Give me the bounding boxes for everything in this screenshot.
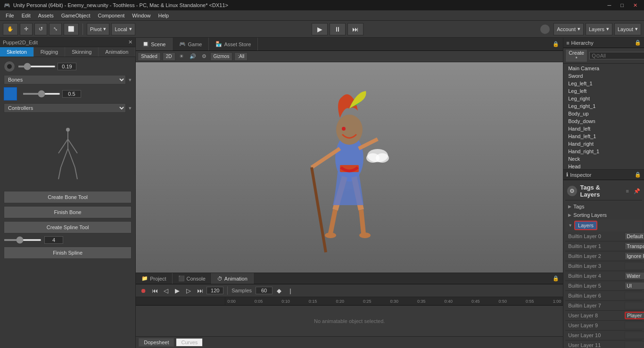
menu-gameobject[interactable]: GameObject bbox=[58, 12, 94, 19]
anim-add-key-btn[interactable]: ◆ bbox=[274, 286, 284, 295]
inspector-lock[interactable]: 🔒 bbox=[635, 172, 641, 178]
anim-next-btn[interactable]: ▷ bbox=[184, 286, 193, 295]
create-bone-tool-btn[interactable]: Create Bone Tool bbox=[4, 191, 132, 203]
slider3[interactable] bbox=[4, 239, 41, 241]
layers-dropdown[interactable]: Layers ▾ bbox=[586, 23, 612, 35]
hierarchy-item-main-camera[interactable]: Main Camera bbox=[563, 65, 644, 72]
twod-btn[interactable]: 2D bbox=[163, 52, 175, 61]
close-btn[interactable]: ✕ bbox=[630, 1, 640, 9]
menu-edit[interactable]: Edit bbox=[18, 12, 34, 19]
anim-end-btn[interactable]: ⏭ bbox=[195, 286, 205, 295]
tab-skinning[interactable]: Skinning bbox=[65, 47, 99, 57]
builtin-layer-3-input[interactable] bbox=[625, 262, 644, 270]
local-dropdown[interactable]: Local ▾ bbox=[111, 23, 135, 35]
tab-animation[interactable]: Animation bbox=[99, 47, 135, 57]
tab-game[interactable]: 🎮 Game bbox=[173, 38, 209, 50]
tab-scene[interactable]: 🔲 Scene bbox=[136, 38, 173, 50]
anim-frame-input[interactable] bbox=[206, 287, 223, 294]
anim-prev-btn[interactable]: ◁ bbox=[161, 286, 171, 295]
hierarchy-item-leg-right-1[interactable]: Leg_right_1 bbox=[563, 102, 644, 110]
user-layer-8-input[interactable] bbox=[625, 312, 644, 319]
toolbar-audio-btn[interactable]: 🔊 bbox=[188, 53, 198, 59]
hierarchy-item-hand-right-1[interactable]: Hand_right_1 bbox=[563, 148, 644, 155]
controllers-dropdown[interactable]: Controllers bbox=[4, 103, 126, 113]
tab-rigging[interactable]: Rigging bbox=[34, 47, 65, 57]
bones-dropdown[interactable]: Bones bbox=[4, 75, 126, 84]
titlebar-controls[interactable]: ─ □ ✕ bbox=[605, 1, 640, 9]
slider1[interactable] bbox=[18, 66, 56, 67]
slider2[interactable] bbox=[23, 93, 60, 95]
builtin-layer-4-input[interactable] bbox=[625, 272, 644, 280]
tab-project[interactable]: 📁 Project bbox=[136, 273, 172, 284]
menu-assets[interactable]: Assets bbox=[34, 12, 58, 19]
inspector-settings-icon[interactable]: ≡ bbox=[626, 188, 629, 194]
tags-section-row[interactable]: ▶ Tags bbox=[565, 202, 642, 211]
hierarchy-item-leg-left-1[interactable]: Leg_left_1 bbox=[563, 80, 644, 87]
rect-tool-btn[interactable]: ⬜ bbox=[64, 23, 79, 35]
builtin-layer-6-input[interactable] bbox=[625, 292, 644, 299]
anim-play-btn[interactable]: ▶ bbox=[173, 286, 182, 295]
hierarchy-item-body-up[interactable]: Body_up bbox=[563, 110, 644, 117]
builtin-layer-2-input[interactable] bbox=[625, 252, 644, 260]
user-layer-11-input[interactable] bbox=[625, 341, 644, 348]
toolbar-lights-btn[interactable]: ☀ bbox=[177, 53, 186, 59]
finish-spline-btn[interactable]: Finish Spline bbox=[4, 247, 132, 259]
hierarchy-item-leg-right[interactable]: Leg_right bbox=[563, 95, 644, 102]
hand-tool-btn[interactable]: ✋ bbox=[3, 23, 18, 35]
maximize-btn[interactable]: □ bbox=[618, 1, 627, 9]
timeline-area[interactable]: No animatable object selected. bbox=[136, 306, 563, 336]
builtin-layer-7-input[interactable] bbox=[625, 302, 644, 309]
menu-help[interactable]: Help bbox=[154, 12, 173, 19]
hierarchy-item-leg-left[interactable]: Leg_left bbox=[563, 87, 644, 95]
toolbar-effects-btn[interactable]: ⚙ bbox=[200, 53, 208, 59]
create-btn[interactable]: Create * bbox=[565, 49, 587, 62]
create-spline-tool-btn[interactable]: Create Spline Tool bbox=[4, 221, 132, 233]
pause-btn[interactable]: ⏸ bbox=[330, 23, 346, 35]
left-panel-close[interactable]: ✕ bbox=[128, 39, 132, 45]
bottom-panel-lock[interactable]: 🔒 bbox=[549, 275, 563, 282]
hierarchy-item-sword[interactable]: Sword bbox=[563, 72, 644, 80]
all-btn[interactable]: :All bbox=[234, 52, 248, 61]
menu-component[interactable]: Component bbox=[94, 12, 128, 19]
shaded-btn[interactable]: Shaded bbox=[138, 52, 160, 61]
slider1-value[interactable] bbox=[58, 63, 76, 70]
hierarchy-lock[interactable]: 🔒 bbox=[635, 40, 641, 46]
hierarchy-item-body-down[interactable]: Body_down bbox=[563, 117, 644, 125]
hierarchy-item-hand-right[interactable]: Hand_right bbox=[563, 140, 644, 148]
sorting-layers-section-row[interactable]: ▶ Sorting Layers bbox=[565, 211, 642, 219]
layers-section-header[interactable]: ▼ Layers bbox=[565, 219, 642, 232]
anim-rewind-btn[interactable]: ⏮ bbox=[150, 286, 159, 295]
finish-bone-btn[interactable]: Finish Bone bbox=[4, 206, 132, 218]
hierarchy-item-head[interactable]: Head bbox=[563, 163, 644, 169]
user-layer-9-input[interactable] bbox=[625, 322, 644, 329]
anim-record-btn[interactable]: ⏺ bbox=[139, 286, 148, 295]
circle-btn1[interactable] bbox=[4, 61, 15, 72]
tab-console[interactable]: ⬛ Console bbox=[173, 273, 212, 284]
inspector-pin-icon[interactable]: 📌 bbox=[634, 188, 640, 194]
minimize-btn[interactable]: ─ bbox=[605, 1, 614, 9]
tab-animation[interactable]: ⏱ Animation bbox=[212, 273, 254, 284]
samples-input[interactable] bbox=[256, 287, 272, 294]
scene-lock-btn[interactable]: 🔒 bbox=[549, 41, 563, 47]
builtin-layer-1-input[interactable] bbox=[625, 242, 644, 250]
hierarchy-item-hand-left-1[interactable]: Hand_left_1 bbox=[563, 133, 644, 140]
hierarchy-item-neck[interactable]: Neck bbox=[563, 155, 644, 163]
slider3-value[interactable] bbox=[44, 236, 63, 244]
scene-view[interactable] bbox=[136, 62, 563, 273]
account-dropdown[interactable]: Account ▾ bbox=[553, 23, 584, 35]
hierarchy-item-hand-left[interactable]: Hand_left bbox=[563, 125, 644, 133]
tab-asset-store[interactable]: 🏪 Asset Store bbox=[209, 38, 258, 50]
dopesheet-btn[interactable]: Dopesheet bbox=[139, 338, 174, 347]
menu-file[interactable]: File bbox=[2, 12, 18, 19]
menu-window[interactable]: Window bbox=[128, 12, 154, 19]
builtin-layer-5-input[interactable] bbox=[625, 282, 644, 290]
gizmos-btn[interactable]: Gizmos bbox=[210, 52, 233, 61]
pivot-dropdown[interactable]: Pivot ▾ bbox=[87, 23, 109, 35]
layout-dropdown[interactable]: Layout ▾ bbox=[614, 23, 641, 35]
move-tool-btn[interactable]: ✛ bbox=[20, 23, 33, 35]
play-btn[interactable]: ▶ bbox=[312, 23, 328, 35]
slider2-value[interactable] bbox=[62, 90, 81, 98]
rotate-tool-btn[interactable]: ↺ bbox=[34, 23, 47, 35]
user-layer-10-input[interactable] bbox=[625, 331, 644, 339]
step-btn[interactable]: ⏭ bbox=[347, 23, 363, 35]
